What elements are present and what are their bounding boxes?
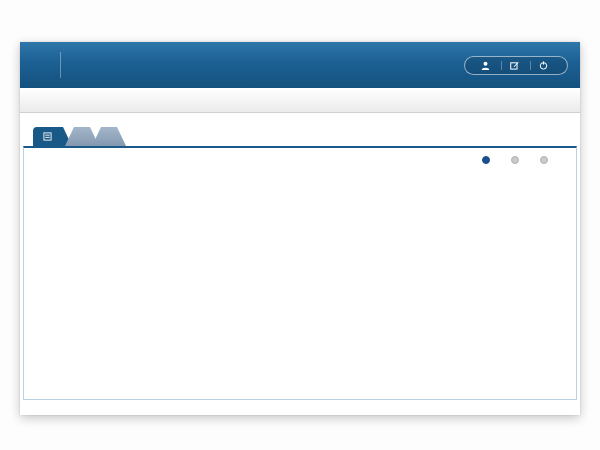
main-nav <box>20 88 580 113</box>
radio-last-month[interactable] <box>540 156 552 164</box>
radio-dot-icon <box>482 156 490 164</box>
line-chart <box>33 188 578 338</box>
logout-button[interactable] <box>530 61 559 70</box>
range-filter-group <box>482 156 552 164</box>
tab-system-intro[interactable] <box>33 127 72 146</box>
document-icon <box>43 132 52 141</box>
app-window <box>20 42 580 415</box>
tab-sync-monitor-2[interactable] <box>92 127 126 146</box>
user-toolbar <box>464 56 568 75</box>
app-header <box>20 42 580 88</box>
desktop-canvas <box>0 0 600 450</box>
content-panel <box>23 146 577 400</box>
user-icon <box>481 61 490 70</box>
tab-bar <box>33 127 580 146</box>
edit-icon <box>510 61 519 70</box>
change-password-button[interactable] <box>501 61 530 70</box>
radio-dot-icon <box>511 156 519 164</box>
radio-today[interactable] <box>482 156 494 164</box>
radio-last-week[interactable] <box>511 156 523 164</box>
header-divider <box>60 52 61 78</box>
radio-dot-icon <box>540 156 548 164</box>
current-user-button[interactable] <box>473 61 501 70</box>
logout-icon <box>539 61 548 70</box>
